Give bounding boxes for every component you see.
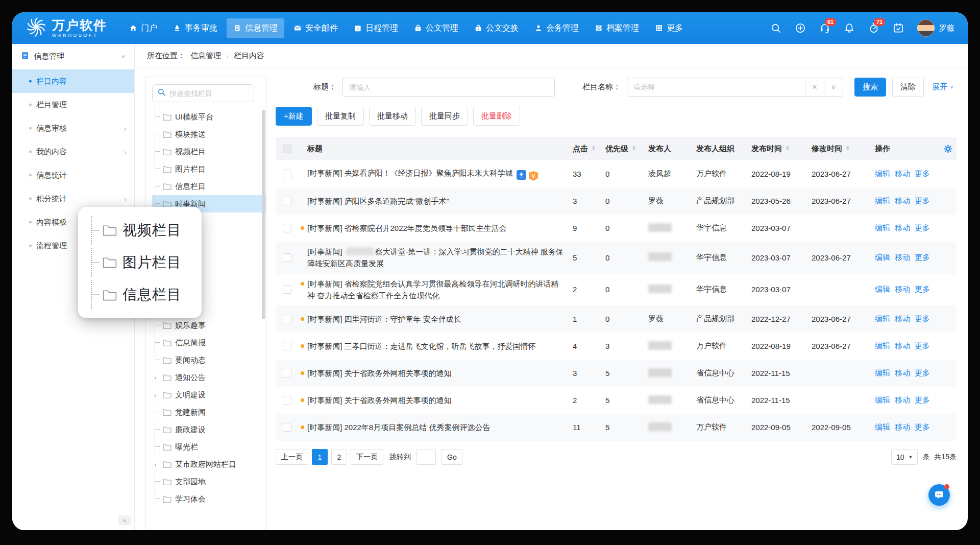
move-link[interactable]: 移动 (895, 285, 910, 294)
more-link[interactable]: 更多 (915, 422, 930, 432)
more-link[interactable]: 更多 (915, 314, 930, 324)
headset-icon[interactable]: 61 (819, 22, 830, 34)
row-title[interactable]: [时事新闻] 四里河街道：守护童年 安全伴成长 (307, 313, 461, 325)
tree-node[interactable]: 廉政建设 (152, 421, 266, 438)
sort-icon[interactable]: ▲▼ (592, 146, 596, 151)
expander-icon[interactable]: › (153, 374, 162, 381)
tree-node[interactable]: ›通知公告 (152, 369, 266, 386)
tree-scrollbar[interactable] (262, 110, 265, 319)
sort-icon[interactable]: ▲▼ (632, 146, 636, 151)
row-title[interactable]: [时事新闻] 庐阳区多条道路完成“微创手术” (307, 195, 449, 207)
clear-button[interactable]: 清除 (892, 78, 924, 97)
tree-node[interactable]: UI模板平台 (152, 108, 266, 126)
bell-icon[interactable] (844, 22, 855, 34)
row-title[interactable]: [时事新闻] 关于省政务外网相关事项的通知 (307, 367, 452, 379)
move-link[interactable]: 移动 (895, 253, 910, 263)
row-title[interactable]: [时事新闻] 央媒看庐阳！《经济日报》聚焦庐阳未来大科学城V (307, 167, 538, 181)
more-link[interactable]: 更多 (915, 368, 930, 378)
stopwatch-icon[interactable]: 71 (868, 22, 879, 34)
user-menu[interactable]: 罗薇 (917, 19, 954, 37)
tree-node[interactable]: 模块推送 (152, 126, 266, 143)
search-icon[interactable] (770, 22, 781, 34)
chevron-down-icon[interactable]: ∨ (824, 78, 843, 96)
row-title[interactable]: [时事新闻] 三孝口街道：走进岳飞文化馆，听岳飞故事，抒爱国情怀 (307, 340, 536, 352)
tree-node[interactable]: 党建新闻 (152, 404, 266, 421)
expand-link[interactable]: 展开 ∨ (932, 82, 953, 92)
nav-menu-item[interactable]: 安全邮件 (287, 18, 345, 38)
edit-link[interactable]: 编辑 (875, 253, 890, 263)
more-link[interactable]: 更多 (915, 196, 930, 206)
expander-icon[interactable]: › (153, 461, 162, 468)
plus-circle-icon[interactable] (795, 22, 806, 34)
sidebar-item[interactable]: 栏目管理 (12, 93, 134, 116)
row-checkbox[interactable] (283, 170, 291, 178)
edit-link[interactable]: 编辑 (875, 285, 890, 294)
row-checkbox[interactable] (283, 197, 291, 205)
select-all-checkbox[interactable] (283, 145, 291, 153)
nav-menu-item[interactable]: 门户 (122, 18, 164, 38)
move-link[interactable]: 移动 (895, 368, 910, 378)
edit-link[interactable]: 编辑 (875, 196, 890, 206)
header-mod-date[interactable]: 修改时间▲▼ (812, 144, 875, 154)
title-filter-input[interactable] (349, 83, 548, 91)
nav-menu-item[interactable]: 公文交换 (468, 18, 525, 38)
row-checkbox[interactable] (283, 423, 291, 432)
nav-menu-item[interactable]: 更多 (648, 18, 690, 38)
row-checkbox[interactable] (283, 315, 291, 323)
header-clicks[interactable]: 点击▲▼ (573, 144, 605, 154)
tree-search-box[interactable] (152, 84, 254, 102)
page-size-select[interactable]: 10 ▼ (891, 449, 918, 465)
edit-link[interactable]: 编辑 (875, 395, 890, 405)
breadcrumb-item[interactable]: 信息管理 (190, 51, 221, 61)
row-checkbox[interactable] (283, 224, 291, 232)
row-checkbox[interactable] (283, 369, 291, 377)
column-filter-select[interactable]: 请选择 ✕ ∨ (627, 78, 843, 97)
tree-node[interactable]: 要闻动态 (152, 351, 266, 369)
tree-node[interactable]: ›某市政府网站栏目 (152, 456, 266, 473)
sidebar-header[interactable]: 信息管理 ∨ (12, 44, 134, 69)
prev-page-button[interactable]: 上一页 (276, 449, 308, 465)
batch-copy-button[interactable]: 批量复制 (317, 107, 364, 126)
row-title[interactable]: [时事新闻] 关于省政务外网相关事项的通知 (307, 394, 452, 406)
next-page-button[interactable]: 下一页 (351, 449, 383, 465)
move-link[interactable]: 移动 (895, 314, 910, 324)
more-link[interactable]: 更多 (915, 253, 930, 263)
sort-icon[interactable]: ▲▼ (846, 146, 850, 151)
nav-menu-item[interactable]: 1日程管理 (347, 18, 405, 38)
tree-node[interactable]: ›文明建设 (152, 386, 266, 404)
tree-node[interactable]: 娱乐趣事 (152, 317, 266, 334)
sidebar-item[interactable]: 信息统计 (12, 163, 134, 187)
row-title[interactable]: [时事新闻] 2022年8月项目案例总结 优秀案例评选公告 (307, 421, 490, 433)
nav-menu-item[interactable]: 信息管理 (227, 18, 284, 38)
page-number-button[interactable]: 1 (312, 449, 328, 465)
edit-link[interactable]: 编辑 (875, 368, 890, 378)
sort-icon[interactable]: ▲▼ (786, 146, 790, 151)
nav-menu-item[interactable]: 事务审批 (166, 18, 224, 38)
move-link[interactable]: 移动 (895, 422, 910, 432)
more-link[interactable]: 更多 (915, 285, 930, 294)
row-checkbox[interactable] (283, 396, 291, 405)
nav-menu-item[interactable]: 档案管理 (588, 18, 646, 38)
tree-search-input[interactable] (169, 89, 249, 98)
sidebar-item[interactable]: 我的内容› (12, 140, 134, 163)
sidebar-item[interactable]: 栏目内容 (12, 69, 134, 93)
edit-link[interactable]: 编辑 (875, 314, 890, 324)
move-link[interactable]: 移动 (895, 223, 910, 233)
more-link[interactable]: 更多 (915, 395, 930, 405)
go-button[interactable]: Go (442, 449, 462, 465)
tree-node[interactable]: 信息栏目 (152, 178, 266, 195)
clear-selection-icon[interactable]: ✕ (805, 78, 824, 96)
sidebar-item[interactable]: 信息审核› (12, 116, 134, 140)
tree-node[interactable]: 学习体会 (152, 490, 266, 508)
row-title[interactable]: [时事新闻] 省检察院召开2022年度党员领导干部民主生活会 (307, 222, 507, 234)
batch-move-button[interactable]: 批量移动 (369, 107, 416, 126)
edit-link[interactable]: 编辑 (875, 341, 890, 351)
row-checkbox[interactable] (283, 253, 291, 262)
row-title[interactable]: [时事新闻] 省检察院党组会认真学习贯彻最高检领导在河北调研时的讲话精神 奋力推… (307, 278, 566, 302)
move-link[interactable]: 移动 (895, 196, 910, 206)
more-link[interactable]: 更多 (915, 169, 930, 179)
batch-sync-button[interactable]: 批量同步 (421, 107, 468, 126)
row-checkbox[interactable] (283, 342, 291, 350)
tree-node[interactable]: 视频栏目 (152, 143, 266, 160)
jump-page-input[interactable] (416, 449, 436, 465)
